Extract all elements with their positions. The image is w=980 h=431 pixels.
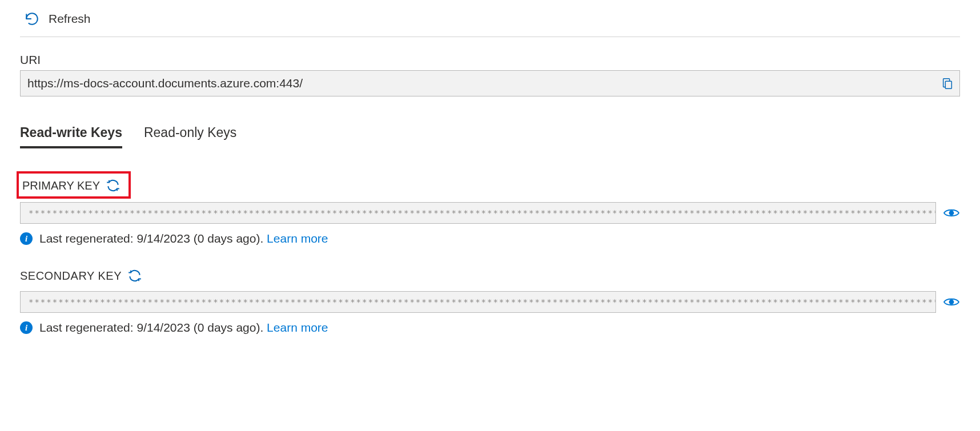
info-icon: i [20,321,33,334]
primary-key-highlight: PRIMARY KEY [17,171,131,199]
secondary-key-section: SECONDARY KEY **************************… [20,268,960,335]
uri-field-wrapper: https://ms-docs-account.documents.azure.… [20,70,960,96]
refresh-button[interactable]: Refresh [25,11,91,26]
secondary-key-field[interactable]: ****************************************… [20,291,936,313]
uri-label: URI [20,53,960,67]
primary-info-text: Last regenerated: 9/14/2023 (0 days ago)… [39,232,267,245]
secondary-info-text: Last regenerated: 9/14/2023 (0 days ago)… [39,321,267,334]
info-icon: i [20,232,33,245]
primary-key-section: PRIMARY KEY ****************************… [20,171,960,245]
secondary-key-field-wrapper: ****************************************… [20,291,960,313]
svg-rect-0 [945,81,951,88]
refresh-icon [25,11,39,26]
svg-point-2 [950,300,954,304]
show-secondary-key-icon[interactable] [943,296,960,308]
copy-icon[interactable] [941,76,954,90]
primary-key-field[interactable]: ****************************************… [20,202,936,224]
svg-point-1 [950,211,954,215]
secondary-key-label: SECONDARY KEY [20,269,122,283]
show-primary-key-icon[interactable] [943,207,960,219]
uri-value: https://ms-docs-account.documents.azure.… [27,76,303,90]
secondary-learn-more-link[interactable]: Learn more [267,321,328,334]
primary-key-field-wrapper: ****************************************… [20,202,960,224]
tabs: Read-write Keys Read-only Keys [20,125,960,148]
toolbar: Refresh [20,0,960,37]
tab-read-only-keys[interactable]: Read-only Keys [144,125,236,148]
primary-info-row: i Last regenerated: 9/14/2023 (0 days ag… [20,232,960,245]
secondary-key-header: SECONDARY KEY [20,268,142,283]
tab-read-write-keys[interactable]: Read-write Keys [20,125,122,148]
uri-field[interactable]: https://ms-docs-account.documents.azure.… [20,70,960,96]
secondary-info-row: i Last regenerated: 9/14/2023 (0 days ag… [20,321,960,335]
regenerate-primary-icon[interactable] [106,178,121,193]
primary-key-label: PRIMARY KEY [22,179,100,192]
primary-learn-more-link[interactable]: Learn more [267,232,328,245]
regenerate-secondary-icon[interactable] [127,268,142,283]
refresh-label: Refresh [49,12,91,26]
